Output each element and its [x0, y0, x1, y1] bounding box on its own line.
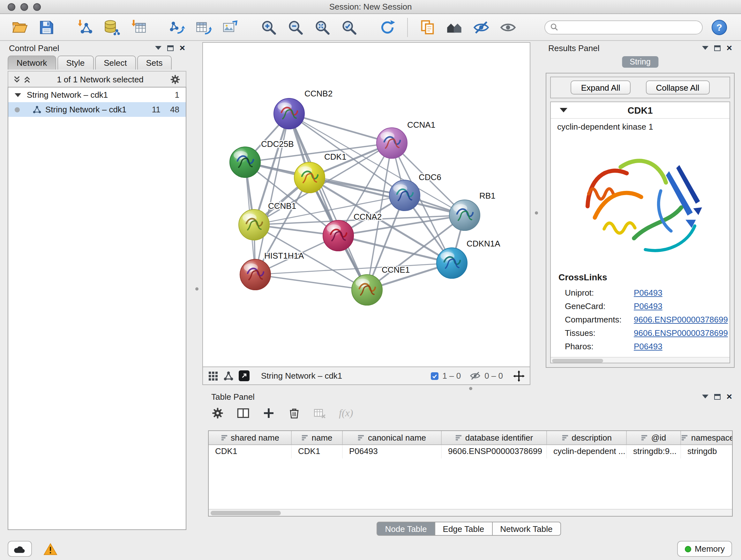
gene-entry-header[interactable]: CDK1: [551, 102, 730, 119]
show-graphics-button[interactable]: [497, 16, 519, 38]
panel-close-icon[interactable]: ×: [179, 45, 185, 51]
tab-network-table[interactable]: Network Table: [492, 522, 561, 536]
annotation-button[interactable]: [417, 16, 439, 38]
network-node-CDK1[interactable]: CDK1: [294, 152, 346, 193]
import-network-file-button[interactable]: [74, 16, 96, 38]
zoom-fit-button[interactable]: [312, 16, 333, 38]
network-node-CDKN1A[interactable]: CDKN1A: [436, 239, 500, 278]
hidden-eye-icon[interactable]: [470, 370, 481, 381]
help-button[interactable]: ?: [712, 19, 727, 35]
column-header--id[interactable]: @id: [627, 431, 681, 444]
crosslink-link[interactable]: 9606.ENSP00000378699: [634, 328, 728, 338]
crosslink-row: Tissues:9606.ENSP00000378699: [551, 326, 730, 340]
table-hscrollbar[interactable]: [209, 509, 732, 516]
grid-view-icon[interactable]: [208, 371, 218, 381]
panel-float-icon[interactable]: [167, 45, 174, 51]
network-node-CCNB1[interactable]: CCNB1: [239, 201, 296, 240]
zoom-out-button[interactable]: [285, 16, 307, 38]
crosslink-link[interactable]: P06493: [634, 288, 663, 298]
table-toolbar: f(x): [202, 402, 736, 424]
tab-select[interactable]: Select: [95, 56, 136, 70]
import-network-database-button[interactable]: [101, 16, 123, 38]
tab-edge-table[interactable]: Edge Table: [434, 522, 493, 536]
warning-button[interactable]: [38, 541, 63, 557]
delete-column-icon[interactable]: [288, 407, 300, 420]
panel-close-icon[interactable]: ×: [726, 393, 732, 400]
tree-expand-icon[interactable]: [15, 93, 21, 97]
column-sort-icon: [358, 434, 365, 441]
open-in-window-icon[interactable]: [239, 370, 250, 381]
export-table-button[interactable]: [193, 16, 214, 38]
main-toolbar: ?: [0, 14, 741, 41]
eye-icon: [500, 19, 516, 36]
tab-style[interactable]: Style: [57, 56, 93, 70]
import-table-icon: [130, 19, 147, 36]
crosslink-link[interactable]: 9606.ENSP00000378699: [634, 315, 728, 324]
gear-icon[interactable]: [170, 74, 181, 85]
expand-all-icon[interactable]: [13, 75, 20, 84]
node-table: shared namenamecanonical namedatabase id…: [208, 430, 733, 516]
crosslink-link[interactable]: P06493: [634, 341, 663, 351]
panel-close-icon[interactable]: ×: [726, 45, 732, 51]
panel-float-icon[interactable]: [714, 394, 721, 399]
hide-graphics-button[interactable]: [470, 16, 492, 38]
save-session-button[interactable]: [36, 16, 57, 38]
zoom-in-button[interactable]: [258, 16, 280, 38]
splitter-handle[interactable]: [469, 387, 472, 390]
search-input[interactable]: [562, 22, 697, 32]
refresh-button[interactable]: [377, 16, 398, 38]
table-cell: 9606.ENSP00000378699: [442, 445, 547, 458]
column-header-namespace[interactable]: namespace: [681, 431, 733, 444]
column-header-description[interactable]: description: [547, 431, 627, 444]
crosslink-link[interactable]: P06493: [634, 301, 663, 311]
collapse-all-button[interactable]: Collapse All: [646, 80, 710, 95]
collapse-all-icon[interactable]: [23, 75, 30, 84]
scrollbar-thumb[interactable]: [211, 511, 281, 515]
status-bar: Memory: [0, 537, 741, 560]
tab-sets[interactable]: Sets: [137, 56, 172, 70]
import-table-file-button[interactable]: [128, 16, 149, 38]
panel-menu-icon[interactable]: [702, 395, 709, 398]
birdseye-view-icon[interactable]: [223, 371, 233, 381]
tab-string[interactable]: String: [622, 56, 658, 68]
table-cell: stringdb:9...: [627, 445, 681, 458]
splitter-handle[interactable]: [535, 211, 538, 214]
network-node-CCNA1[interactable]: CCNA1: [377, 120, 435, 159]
network-graph[interactable]: CCNB2CCNA1CDC25BCDK1CDC6RB1CCNB1CCNA2CDK…: [203, 43, 530, 367]
current-network-indicator: [15, 107, 20, 112]
network-node-CCNE1[interactable]: CCNE1: [352, 265, 410, 305]
network-collection-row[interactable]: String Network – cdk1 1: [8, 87, 186, 102]
table-settings-gear-icon[interactable]: [211, 407, 224, 420]
export-network-button[interactable]: [166, 16, 188, 38]
export-image-button[interactable]: [219, 16, 241, 38]
search-field[interactable]: [544, 20, 703, 34]
network-row[interactable]: String Network – cdk1 11 48: [8, 102, 186, 117]
network-node-HIST1H1A[interactable]: HIST1H1A: [240, 251, 304, 290]
column-header-database-identifier[interactable]: database identifier: [442, 431, 547, 444]
navigator-button[interactable]: [444, 16, 465, 38]
zoom-selected-button[interactable]: [338, 16, 360, 38]
column-header-name[interactable]: name: [292, 431, 343, 444]
node-label: CCNB1: [268, 201, 296, 211]
add-column-icon[interactable]: [262, 407, 275, 420]
network-canvas[interactable]: CCNB2CCNA1CDC25BCDK1CDC6RB1CCNB1CCNA2CDK…: [202, 42, 530, 367]
tab-node-table[interactable]: Node Table: [377, 522, 435, 536]
pan-crosshair-icon[interactable]: [513, 370, 525, 381]
results-hscrollbar[interactable]: [551, 357, 730, 363]
selected-checkbox-icon[interactable]: [431, 372, 439, 380]
column-header-canonical-name[interactable]: canonical name: [343, 431, 442, 444]
node-label: RB1: [479, 191, 495, 200]
splitter-handle[interactable]: [195, 287, 199, 291]
cloud-button[interactable]: [8, 541, 32, 557]
tab-network[interactable]: Network: [8, 56, 56, 70]
open-session-button[interactable]: [9, 16, 30, 38]
memory-button[interactable]: Memory: [677, 541, 732, 557]
panel-float-icon[interactable]: [714, 45, 721, 51]
table-row[interactable]: CDK1CDK1P064939606.ENSP00000378699cyclin…: [209, 445, 732, 458]
network-node-RB1[interactable]: RB1: [449, 191, 495, 231]
expand-all-button[interactable]: Expand All: [571, 80, 630, 95]
column-header-shared-name[interactable]: shared name: [209, 431, 292, 444]
panel-menu-icon[interactable]: [702, 46, 709, 50]
panel-menu-icon[interactable]: [155, 46, 161, 50]
show-columns-icon[interactable]: [237, 407, 250, 420]
